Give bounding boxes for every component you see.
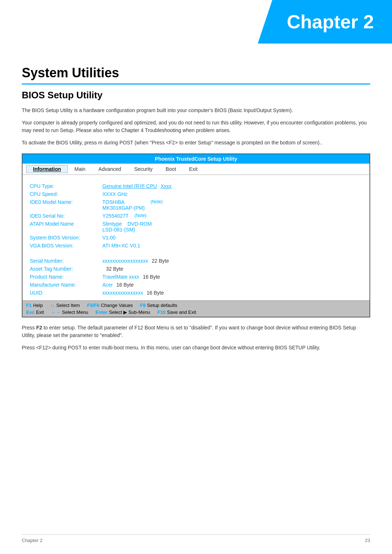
bios-value-vga-bios: ATI M9+XC V0.1	[102, 243, 140, 249]
bios-menu-information[interactable]: Information	[26, 165, 68, 173]
bios-label-vga-bios: VGA BIOS Version:	[30, 243, 102, 249]
bios-value-ide0-serial: Y2554027T	[102, 213, 128, 219]
bios-label-asset: Asset Tag Number:	[30, 266, 102, 272]
bios-size-uuid: 16 Byte	[147, 290, 164, 296]
bios-screenshot-box: Phoenix TrustedCore Setup Utility Inform…	[22, 153, 370, 317]
post-paragraph-2: Press <F12> during POST to enter multi-b…	[22, 344, 370, 352]
bios-value-manufacturer: Acer	[102, 282, 113, 288]
bios-label-serial: Serial Number:	[30, 258, 102, 264]
bios-value-atapi-model: Slimtype DVD-ROMLSD-081-(SM)	[102, 221, 152, 233]
bios-value-serial: xxxxxxxxxxxxxxxxxx	[102, 258, 148, 264]
bios-value-cpu-type-2: Xxxx	[160, 183, 171, 189]
footer-right: 23	[365, 538, 370, 543]
paragraph-2: Your computer is already properly config…	[22, 119, 370, 135]
bios-menu-boot[interactable]: Boot	[159, 165, 183, 173]
bios-label-system-bios: System BIOS Version:	[30, 235, 102, 241]
bios-label-manufacturer: Manufacturer Name:	[30, 282, 102, 288]
bios-menu-security[interactable]: Security	[128, 165, 159, 173]
bios-desc-select-submenu: Select ▶ Sub-Menu	[109, 309, 150, 315]
bios-size-product: 16 Byte	[143, 274, 160, 280]
bios-value-cpu-speed: XXXX GHz	[102, 191, 127, 197]
bios-key-f10: F10	[158, 309, 166, 315]
bios-value-product: TravelMate xxxx	[102, 274, 139, 280]
page-footer: Chapter 2 23	[22, 534, 370, 543]
bios-desc-select-menu: Select Menu	[62, 309, 88, 315]
bios-desc-setup-defaults: Setup defaults	[147, 303, 177, 308]
bios-desc-help: Help	[33, 303, 43, 308]
bios-row-vga-bios: VGA BIOS Version: ATI M9+XC V0.1	[30, 242, 362, 250]
bios-key-f9: F9	[140, 303, 146, 308]
bios-size-manufacturer: 16 Byte	[117, 282, 134, 288]
bios-content: CPU Type: Genuine Intel (R)® CPU Xxxx CP…	[23, 175, 369, 300]
bios-row-cpu-type: CPU Type: Genuine Intel (R)® CPU Xxxx	[30, 182, 362, 190]
bios-menu-main[interactable]: Main	[68, 165, 92, 173]
bios-label-ide0-serial: IDE0 Serial No:	[30, 213, 102, 219]
bios-value-ide0-model: TOSHIBAMK3018GAP-(PM)	[102, 199, 145, 211]
bios-row-cpu-speed: CPU Speed: XXXX GHz	[30, 190, 362, 198]
bios-menu-exit[interactable]: Exit	[183, 165, 204, 173]
bios-value-cpu-type: Genuine Intel (R)® CPU	[102, 183, 157, 189]
bios-desc-change-values: Change Values	[101, 303, 133, 308]
bios-menu-advanced[interactable]: Advanced	[92, 165, 127, 173]
bios-key-arrows: ↑↓	[50, 303, 55, 308]
bios-label-uuid: UUID:	[30, 290, 102, 296]
paragraph-1: The BIOS Setup Utility is a hardware con…	[22, 107, 370, 115]
bios-note-ide0-model: (Note)	[151, 199, 163, 204]
bios-desc-exit: Exit	[36, 309, 44, 315]
bios-row-ide0-model: IDE0 Model Name: TOSHIBAMK3018GAP-(PM) (…	[30, 198, 362, 212]
bios-key-enter: Enter	[95, 309, 107, 315]
bios-row-uuid: UUID: xxxxxxxxxxxxxxxx 16 Byte	[30, 289, 362, 297]
bios-size-asset: 32 Byte	[106, 266, 123, 272]
bios-footer: F1 Help ↑↓ Select Item F5/F6 Change Valu…	[23, 300, 369, 317]
bios-titlebar: Phoenix TrustedCore Setup Utility	[23, 154, 369, 164]
bios-row-manufacturer: Manufacturer Name: Acer 16 Byte	[30, 281, 362, 289]
bios-desc-save-exit: Save and Exit	[167, 309, 196, 315]
bios-row-system-bios: System BIOS Version: V1.00	[30, 234, 362, 242]
paragraph-3: To activate the BIOS Utility, press m du…	[22, 139, 370, 147]
subsection-title: BIOS Setup Utility	[22, 90, 370, 101]
bios-desc-select-item: Select Item	[56, 303, 80, 308]
page-content: System Utilities BIOS Setup Utility The …	[0, 0, 392, 378]
bios-key-esc: Esc	[26, 309, 34, 315]
bios-label-product: Product Name:	[30, 274, 102, 280]
bios-footer-row-2: Esc Exit ←→ Select Menu Enter Select ▶ S…	[26, 309, 366, 316]
section-title: System Utilities	[22, 65, 370, 85]
chapter-header: Chapter 2	[258, 0, 392, 44]
bios-menubar: Information Main Advanced Security Boot …	[23, 164, 369, 175]
bios-label-cpu-type: CPU Type:	[30, 183, 102, 189]
footer-left: Chapter 2	[22, 538, 42, 543]
bios-note-ide0-serial: (Note)	[134, 213, 146, 218]
bios-label-atapi-model: ATAPI Model Name	[30, 221, 102, 227]
bios-key-f1: F1	[26, 303, 32, 308]
bios-label-cpu-speed: CPU Speed:	[30, 191, 102, 197]
bios-row-product: Product Name: TravelMate xxxx 16 Byte	[30, 273, 362, 281]
bios-footer-row-1: F1 Help ↑↓ Select Item F5/F6 Change Valu…	[26, 302, 366, 309]
bios-value-uuid: xxxxxxxxxxxxxxxx	[102, 290, 143, 296]
chapter-label: Chapter 2	[287, 11, 374, 32]
bios-row-atapi-model: ATAPI Model Name Slimtype DVD-ROMLSD-081…	[30, 220, 362, 234]
bios-row-serial: Serial Number: xxxxxxxxxxxxxxxxxx 22 Byt…	[30, 257, 362, 265]
post-paragraph-1: Press F2 to enter setup. The default par…	[22, 324, 370, 340]
bios-value-system-bios: V1.00	[102, 235, 116, 241]
bios-key-lr-arrows: ←→	[51, 309, 61, 315]
bios-key-f5f6: F5/F6	[87, 303, 99, 308]
bios-label-ide0-model: IDE0 Model Name:	[30, 199, 102, 205]
bios-row-asset: Asset Tag Number: 32 Byte	[30, 265, 362, 273]
bios-size-serial: 22 Byte	[152, 258, 169, 264]
bios-row-ide0-serial: IDE0 Serial No: Y2554027T (Note)	[30, 212, 362, 220]
